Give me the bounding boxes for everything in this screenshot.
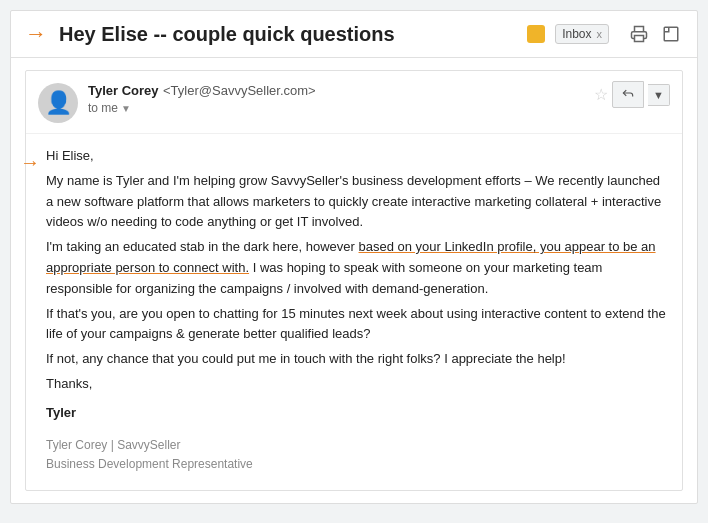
label-badge-icon[interactable] xyxy=(527,25,545,43)
paragraph-2: I'm taking an educated stab in the dark … xyxy=(46,237,668,299)
email-subject: Hey Elise -- couple quick questions xyxy=(59,23,517,46)
star-button[interactable]: ☆ xyxy=(594,85,608,104)
person-icon: 👤 xyxy=(45,90,72,116)
message-actions: ☆ ▼ xyxy=(594,81,670,108)
header-arrow-icon: → xyxy=(25,21,47,47)
inbox-label: Inbox xyxy=(562,27,591,41)
greeting: Hi Elise, xyxy=(46,146,668,167)
message-meta: 👤 Tyler Corey <Tyler@SavvySeller.com> to… xyxy=(26,71,682,134)
paragraph-4: If not, any chance that you could put me… xyxy=(46,349,668,370)
sender-info: Tyler Corey <Tyler@SavvySeller.com> to m… xyxy=(88,81,584,115)
sig-line1: Tyler Corey | SavvySeller xyxy=(46,436,668,455)
sender-email: <Tyler@SavvySeller.com> xyxy=(163,83,316,98)
inbox-close-button[interactable]: x xyxy=(597,28,603,40)
signature: Tyler Corey | SavvySeller Business Devel… xyxy=(46,436,668,474)
svg-rect-1 xyxy=(664,27,678,41)
sig-line2: Business Development Representative xyxy=(46,455,668,474)
to-dropdown-icon[interactable]: ▼ xyxy=(121,103,131,114)
email-container: → Hey Elise -- couple quick questions In… xyxy=(10,10,698,504)
paragraph-1: My name is Tyler and I'm helping grow Sa… xyxy=(46,171,668,233)
paragraph-3: If that's you, are you open to chatting … xyxy=(46,304,668,346)
reply-button[interactable] xyxy=(612,81,644,108)
body-arrow-icon: → xyxy=(20,146,40,178)
print-icon[interactable] xyxy=(627,22,651,46)
message-body: → Hi Elise, My name is Tyler and I'm hel… xyxy=(26,134,682,490)
avatar: 👤 xyxy=(38,83,78,123)
to-label: to me xyxy=(88,101,118,115)
email-header: → Hey Elise -- couple quick questions In… xyxy=(11,11,697,58)
sender-name: Tyler Corey xyxy=(88,83,159,98)
thanks: Thanks, xyxy=(46,374,668,395)
to-me: to me ▼ xyxy=(88,101,584,115)
header-icons xyxy=(627,22,683,46)
reply-dropdown-button[interactable]: ▼ xyxy=(648,84,670,106)
closing-name: Tyler xyxy=(46,403,668,424)
inbox-tag[interactable]: Inbox x xyxy=(555,24,609,44)
expand-icon[interactable] xyxy=(659,22,683,46)
message-card: 👤 Tyler Corey <Tyler@SavvySeller.com> to… xyxy=(25,70,683,491)
svg-rect-0 xyxy=(635,36,644,42)
body-content: Hi Elise, My name is Tyler and I'm helpi… xyxy=(46,146,668,474)
p2-prefix: I'm taking an educated stab in the dark … xyxy=(46,239,359,254)
